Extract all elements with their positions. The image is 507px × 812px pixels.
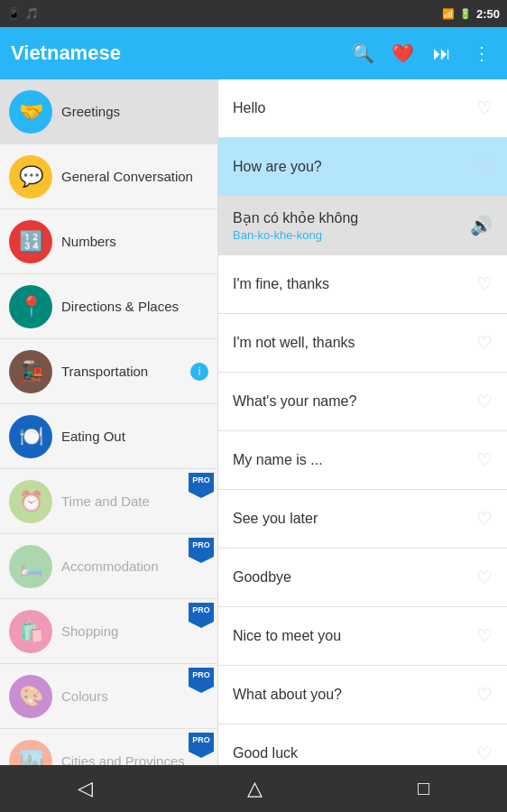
cities-label: Cities and Provinces — [61, 753, 208, 765]
phrase-nice-to-meet-you[interactable]: Nice to meet you ♡ — [218, 607, 507, 666]
phrase-ban-co-khoe-subtext: Ban-ko-khe-kong — [233, 228, 463, 242]
app-icon-1: 📱 — [7, 7, 21, 20]
colours-icon: 🎨 — [9, 675, 52, 718]
heart-goodbye[interactable]: ♡ — [476, 567, 493, 588]
phrase-how-are-you[interactable]: How are you? ♡ — [218, 138, 507, 197]
directions-icon: 📍 — [9, 285, 52, 328]
cities-icon: 🏙️ — [9, 740, 52, 766]
phrase-whats-your-name[interactable]: What's your name? ♡ — [218, 373, 507, 431]
phrase-ban-co-khoe[interactable]: Bạn có khỏe không Ban-ko-khe-kong 🔊 — [218, 197, 507, 255]
heart-whats-your-name[interactable]: ♡ — [476, 391, 493, 412]
phrase-im-not-well-text: I'm not well, thanks — [233, 335, 469, 351]
directions-label: Directions & Places — [61, 299, 208, 314]
phrase-goodbye-text: Goodbye — [233, 569, 469, 586]
phrase-see-you-later-content: See you later — [233, 511, 469, 527]
phrase-hello-content: Hello — [233, 100, 469, 116]
search-icon[interactable]: 🔍 — [348, 42, 377, 64]
home-button[interactable]: △ — [229, 770, 281, 807]
time-date-icon: ⏰ — [9, 480, 52, 523]
header: Vietnamese 🔍 ❤️ ⏭ ⋮ — [0, 27, 507, 79]
heart-nice-to-meet-you[interactable]: ♡ — [476, 625, 493, 647]
transportation-label: Transportation — [61, 364, 187, 379]
time-display: 2:50 — [476, 7, 500, 21]
phrase-what-about-you-content: What about you? — [233, 687, 469, 703]
sidebar-item-eating-out[interactable]: 🍽️ Eating Out — [0, 404, 217, 469]
eating-out-label: Eating Out — [61, 429, 208, 444]
time-date-label: Time and Date — [61, 494, 208, 509]
heart-my-name-is[interactable]: ♡ — [476, 449, 493, 471]
phrase-im-not-well-content: I'm not well, thanks — [233, 335, 469, 351]
phrases-panel: Hello ♡ How are you? ♡ Bạn có khỏe không… — [218, 79, 507, 765]
phrase-my-name-is-content: My name is ... — [233, 452, 469, 468]
status-left-icons: 📱 🎵 — [7, 7, 39, 20]
general-conversation-label: General Conversation — [61, 169, 208, 184]
greetings-label: Greetings — [61, 104, 208, 119]
phrase-what-about-you-text: What about you? — [233, 687, 469, 703]
phrase-hello[interactable]: Hello ♡ — [218, 79, 507, 138]
phrase-how-are-you-content: How are you? — [233, 159, 469, 175]
play-icon[interactable]: ⏭ — [428, 43, 456, 64]
colours-label: Colours — [61, 688, 208, 704]
status-bar: 📱 🎵 📶 🔋 2:50 — [0, 0, 507, 27]
phrase-how-are-you-text: How are you? — [233, 159, 469, 175]
sidebar-item-general-conversation[interactable]: 💬 General Conversation — [0, 144, 217, 209]
phrase-im-fine-content: I'm fine, thanks — [233, 276, 469, 292]
sidebar-item-accommodation[interactable]: 🛏️ Accommodation PRO — [0, 534, 217, 599]
phrase-goodbye-content: Goodbye — [233, 569, 469, 586]
bottom-navigation: ◁ △ □ — [0, 765, 507, 812]
phrase-im-not-well[interactable]: I'm not well, thanks ♡ — [218, 314, 507, 373]
shopping-icon: 🛍️ — [9, 610, 52, 653]
sidebar-item-greetings[interactable]: 🤝 Greetings — [0, 79, 217, 144]
heart-good-luck[interactable]: ♡ — [476, 743, 493, 764]
sidebar: 🤝 Greetings 💬 General Conversation 🔢 Num… — [0, 79, 218, 765]
sidebar-item-directions-places[interactable]: 📍 Directions & Places — [0, 274, 217, 339]
more-icon[interactable]: ⋮ — [467, 42, 496, 64]
accommodation-icon: 🛏️ — [9, 545, 52, 588]
main-content: 🤝 Greetings 💬 General Conversation 🔢 Num… — [0, 79, 507, 765]
eating-out-icon: 🍽️ — [9, 415, 52, 458]
accommodation-label: Accommodation — [61, 558, 208, 574]
phrase-nice-to-meet-you-text: Nice to meet you — [233, 628, 469, 644]
app-title: Vietnamese — [11, 42, 337, 65]
phrase-see-you-later-text: See you later — [233, 511, 469, 527]
heart-icon[interactable]: ❤️ — [388, 42, 417, 64]
recent-button[interactable]: □ — [400, 770, 447, 807]
info-icon[interactable]: i — [190, 363, 208, 381]
heart-what-about-you[interactable]: ♡ — [476, 684, 493, 706]
wifi-icon: 📶 — [442, 8, 455, 20]
sidebar-item-shopping[interactable]: 🛍️ Shopping PRO — [0, 599, 217, 664]
heart-hello[interactable]: ♡ — [476, 97, 493, 119]
heart-im-fine[interactable]: ♡ — [476, 273, 493, 295]
phrase-good-luck-text: Good luck — [233, 745, 469, 761]
phrase-good-luck[interactable]: Good luck ♡ — [218, 724, 507, 765]
heart-im-not-well[interactable]: ♡ — [476, 332, 493, 354]
shopping-label: Shopping — [61, 623, 208, 639]
greetings-icon: 🤝 — [9, 90, 52, 134]
phrase-hello-text: Hello — [233, 100, 469, 116]
phrase-see-you-later[interactable]: See you later ♡ — [218, 490, 507, 549]
numbers-label: Numbers — [61, 234, 208, 249]
heart-see-you-later[interactable]: ♡ — [476, 508, 493, 530]
numbers-icon: 🔢 — [9, 220, 52, 263]
speaker-icon[interactable]: 🔊 — [470, 215, 493, 236]
sidebar-item-time-date[interactable]: ⏰ Time and Date PRO — [0, 469, 217, 534]
status-right-icons: 📶 🔋 2:50 — [442, 7, 500, 21]
phrase-im-fine-text: I'm fine, thanks — [233, 276, 469, 292]
app-icon-2: 🎵 — [25, 7, 39, 20]
phrase-my-name-is-text: My name is ... — [233, 452, 469, 468]
general-conversation-icon: 💬 — [9, 155, 52, 198]
phrase-ban-co-khoe-content: Bạn có khỏe không Ban-ko-khe-kong — [233, 209, 463, 242]
phrase-ban-co-khoe-text: Bạn có khỏe không — [233, 209, 463, 226]
transportation-icon: 🚂 — [9, 350, 52, 393]
sidebar-item-transportation[interactable]: 🚂 Transportation i — [0, 339, 217, 404]
back-button[interactable]: ◁ — [60, 770, 111, 807]
phrase-goodbye[interactable]: Goodbye ♡ — [218, 549, 507, 607]
phrase-im-fine[interactable]: I'm fine, thanks ♡ — [218, 255, 507, 314]
phrase-good-luck-content: Good luck — [233, 745, 469, 761]
phrase-what-about-you[interactable]: What about you? ♡ — [218, 666, 507, 724]
sidebar-item-colours[interactable]: 🎨 Colours PRO — [0, 664, 217, 729]
heart-how-are-you[interactable]: ♡ — [476, 156, 493, 178]
phrase-my-name-is[interactable]: My name is ... ♡ — [218, 431, 507, 490]
sidebar-item-numbers[interactable]: 🔢 Numbers — [0, 209, 217, 274]
sidebar-item-cities-provinces[interactable]: 🏙️ Cities and Provinces PRO — [0, 729, 217, 765]
